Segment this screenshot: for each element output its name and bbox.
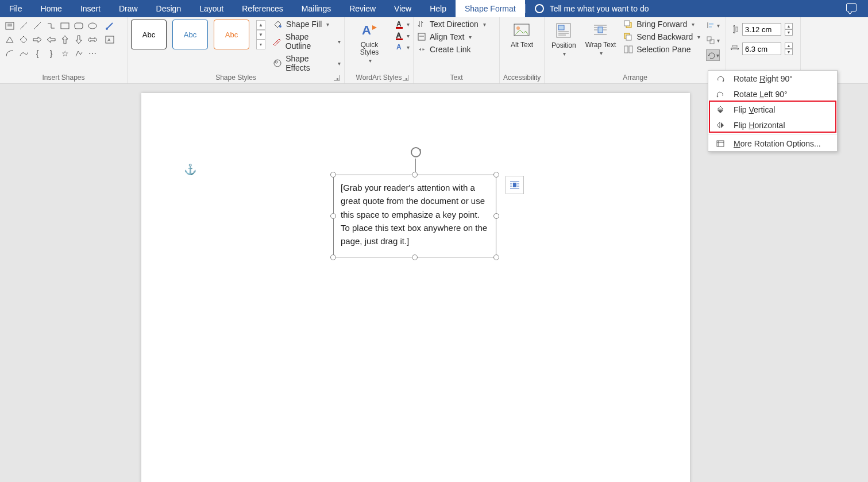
- styles-more[interactable]: ▾: [256, 40, 265, 49]
- shape-arrow-left-icon[interactable]: [45, 33, 57, 46]
- wrap-text-icon: [591, 21, 610, 40]
- shape-triangle-icon[interactable]: [3, 33, 16, 46]
- shape-more-icon[interactable]: ⋯: [86, 47, 99, 60]
- shape-arc-icon[interactable]: [3, 47, 16, 60]
- menu-insert[interactable]: Insert: [71, 0, 110, 17]
- resize-handle-se[interactable]: [493, 255, 499, 260]
- shape-brace-r-icon[interactable]: }: [45, 47, 57, 60]
- text-effects-button[interactable]: A▾: [395, 43, 410, 52]
- alt-text-icon: [512, 21, 531, 40]
- quick-styles-button[interactable]: A Quick Styles ▾: [348, 20, 391, 65]
- menu-help[interactable]: Help: [421, 0, 456, 17]
- more-rotation-options[interactable]: More Rotation Options...: [708, 136, 837, 151]
- style-preset-2[interactable]: Abc: [172, 20, 208, 49]
- draw-textbox-icon[interactable]: A: [103, 33, 116, 46]
- width-spin-down[interactable]: ▼: [785, 49, 793, 55]
- menu-review[interactable]: Review: [340, 0, 385, 17]
- menu-bar: File Home Insert Draw Design Layout Refe…: [0, 0, 868, 17]
- resize-handle-sw[interactable]: [330, 255, 336, 260]
- position-button[interactable]: Position▾: [548, 20, 580, 58]
- selection-pane-button[interactable]: Selection Pane: [624, 45, 700, 54]
- styles-scroll-up[interactable]: ▲: [256, 20, 265, 30]
- menu-design[interactable]: Design: [147, 0, 191, 17]
- shape-outline-button[interactable]: Shape Outline▾: [272, 32, 341, 51]
- shapes-gallery[interactable]: { } ☆ ⋯: [3, 20, 99, 60]
- rotate-button[interactable]: ▾: [706, 49, 720, 61]
- svg-text:A: A: [107, 37, 111, 43]
- resize-handle-s[interactable]: [412, 255, 418, 260]
- alt-text-button[interactable]: Alt Text: [507, 20, 537, 50]
- text-outline-button[interactable]: A▾: [395, 31, 410, 40]
- svg-text:A: A: [396, 20, 402, 28]
- tell-me-label: Tell me what you want to do: [550, 4, 649, 13]
- resize-handle-nw[interactable]: [330, 172, 336, 178]
- style-preset-1[interactable]: Abc: [131, 20, 167, 49]
- menu-view[interactable]: View: [385, 0, 421, 17]
- edit-shape-icon[interactable]: [103, 20, 116, 32]
- menu-references[interactable]: References: [233, 0, 292, 17]
- send-backward-button[interactable]: Send Backward▾: [624, 32, 700, 41]
- shape-arrow-down-icon[interactable]: [72, 33, 85, 46]
- style-preset-3[interactable]: Abc: [214, 20, 249, 49]
- dialog-launcher-icon[interactable]: [334, 75, 340, 81]
- shape-star-icon[interactable]: ☆: [59, 47, 71, 60]
- comments-icon[interactable]: [846, 3, 857, 11]
- rotate-left-90[interactable]: Rotate Left 90°: [708, 86, 837, 102]
- shape-connector-icon[interactable]: [45, 20, 57, 32]
- text-direction-button[interactable]: Text Direction▾: [417, 20, 486, 29]
- text-box-shape[interactable]: [Grab your reader's attention with a gre…: [333, 175, 496, 257]
- shape-arrow-lr-icon[interactable]: [86, 33, 99, 46]
- svg-rect-34: [598, 27, 603, 33]
- menu-layout[interactable]: Layout: [190, 0, 233, 17]
- shape-oval-icon[interactable]: [86, 20, 99, 32]
- menu-file[interactable]: File: [0, 0, 32, 17]
- height-spin-down[interactable]: ▼: [785, 29, 793, 36]
- text-box-content[interactable]: [Grab your reader's attention with a gre…: [341, 183, 487, 246]
- resize-handle-w[interactable]: [330, 213, 336, 219]
- chevron-down-icon: ▾: [326, 21, 329, 28]
- menu-mailings[interactable]: Mailings: [292, 0, 340, 17]
- rotate-right-90[interactable]: Rotate Right 90°: [708, 71, 837, 86]
- shape-brace-l-icon[interactable]: {: [31, 47, 44, 60]
- width-input[interactable]: [742, 43, 781, 55]
- resize-handle-e[interactable]: [493, 213, 499, 219]
- more-rotation-icon: [715, 140, 726, 148]
- tell-me[interactable]: Tell me what you want to do: [525, 4, 658, 13]
- height-spin-up[interactable]: ▲: [785, 23, 793, 29]
- group-label-text: Text: [417, 72, 496, 83]
- group-button[interactable]: ▾: [706, 34, 720, 46]
- align-text-button[interactable]: Align Text▾: [417, 32, 486, 41]
- height-input[interactable]: [742, 23, 781, 36]
- styles-scroll-down[interactable]: ▼: [256, 30, 265, 40]
- dialog-launcher-icon[interactable]: [403, 75, 408, 81]
- resize-handle-n[interactable]: [412, 172, 418, 178]
- shape-diamond-icon[interactable]: [17, 33, 30, 46]
- shape-roundrect-icon[interactable]: [72, 20, 85, 32]
- shape-arrow-right-icon[interactable]: [31, 33, 44, 46]
- flip-horizontal[interactable]: Flip Horizontal: [708, 117, 837, 133]
- shape-curve-icon[interactable]: [17, 47, 30, 60]
- shape-textbox-icon[interactable]: [3, 20, 16, 32]
- shape-line2-icon[interactable]: [31, 20, 44, 32]
- menu-shape-format[interactable]: Shape Format: [456, 0, 525, 17]
- flip-vertical[interactable]: Flip Vertical: [708, 102, 837, 117]
- rotation-handle[interactable]: [409, 145, 423, 159]
- shape-effects-button[interactable]: Shape Effects▾: [272, 54, 341, 72]
- width-icon: [730, 45, 739, 53]
- shape-rect-icon[interactable]: [59, 20, 71, 32]
- menu-draw[interactable]: Draw: [110, 0, 147, 17]
- text-fill-button[interactable]: A▾: [395, 20, 410, 29]
- align-button[interactable]: ▾: [706, 20, 720, 31]
- shape-fill-button[interactable]: Shape Fill▾: [272, 20, 341, 29]
- create-link-button[interactable]: Create Link: [417, 45, 486, 54]
- resize-handle-ne[interactable]: [493, 172, 499, 178]
- wrap-text-button[interactable]: Wrap Text▾: [582, 20, 620, 57]
- shape-arrow-up-icon[interactable]: [59, 33, 71, 46]
- chevron-down-icon: ▾: [338, 60, 341, 67]
- bring-forward-button[interactable]: Bring Forward▾: [624, 20, 700, 29]
- shape-freeform-icon[interactable]: [72, 47, 85, 60]
- shape-line-icon[interactable]: [17, 20, 30, 32]
- menu-home[interactable]: Home: [32, 0, 71, 17]
- width-spin-up[interactable]: ▲: [785, 43, 793, 49]
- layout-options-button[interactable]: [506, 176, 524, 194]
